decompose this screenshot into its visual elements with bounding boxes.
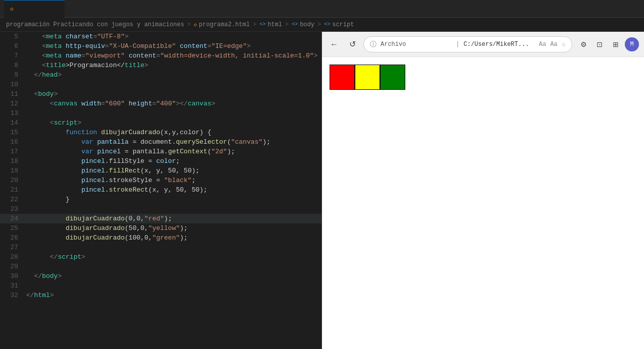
code-line: 14 <script> — [0, 118, 321, 128]
line-content: <title>Programacion</title> — [24, 61, 321, 70]
line-content: } — [24, 195, 321, 204]
line-content: </head> — [24, 70, 321, 80]
bc-root: programación Practicando con juegos y an… — [6, 21, 184, 28]
line-number: 21 — [0, 185, 24, 195]
code-line: 25 dibujarCuadrado(50,0,"yellow"); — [0, 223, 321, 233]
address-separator: | — [456, 41, 459, 48]
address-url: C:/Users/MikeRT... — [463, 41, 534, 48]
code-line: 26 dibujarCuadrado(100,0,"green"); — [0, 233, 321, 243]
code-line: 6 <meta http-equiv="X-UA-Compatible" con… — [0, 41, 321, 51]
line-number: 12 — [0, 99, 24, 108]
line-number: 28 — [0, 252, 24, 262]
fav-icon[interactable]: ☆ — [562, 40, 566, 48]
bc-body-label: body — [300, 21, 314, 28]
line-content: </html> — [24, 290, 321, 300]
code-line: 9 </head> — [0, 70, 321, 80]
canvas-square — [355, 65, 380, 90]
code-editor[interactable]: 5 <meta charset="UTF-8">6 <meta http-equ… — [0, 32, 321, 349]
line-number: 27 — [0, 243, 24, 252]
code-line: 5 <meta charset="UTF-8"> — [0, 32, 321, 41]
code-line: 10 — [0, 80, 321, 89]
code-line: 20 pincel.strokeStyle = "black"; — [0, 176, 321, 185]
line-number: 11 — [0, 89, 24, 99]
line-content: pincel.fillStyle = color; — [24, 156, 321, 166]
code-line: 12 <canvas width="600" height="400"></ca… — [0, 99, 321, 108]
bc-script-icon: <> — [324, 22, 330, 27]
bc-file-label: programa2.html — [199, 21, 250, 28]
code-line: 8 <title>Programacion</title> — [0, 61, 321, 70]
line-number: 20 — [0, 176, 24, 185]
code-line: 16 var pantalla = document.querySelector… — [0, 137, 321, 147]
line-content — [24, 243, 321, 252]
bc-script[interactable]: <> script — [324, 21, 354, 28]
bc-sep-4: > — [317, 21, 321, 28]
browser-panel: ← ↺ ⓘ Archivo | C:/Users/MikeRT... Aa Aa… — [322, 32, 644, 349]
line-number: 23 — [0, 204, 24, 214]
bc-html[interactable]: <> html — [259, 21, 282, 28]
line-content: <meta name="viewport" content="width=dev… — [24, 51, 321, 61]
line-number: 26 — [0, 233, 24, 243]
line-number: 18 — [0, 156, 24, 166]
bc-script-label: script — [332, 21, 354, 28]
code-line: 17 var pincel = pantalla.getContext("2d"… — [0, 147, 321, 156]
line-content — [24, 281, 321, 290]
code-line: 24 dibujarCuadrado(0,0,"red"); — [0, 214, 321, 223]
bc-sep-1: > — [187, 21, 191, 28]
line-content — [24, 204, 321, 214]
code-line: 31 — [0, 281, 321, 290]
bc-file-icon: ◇ — [194, 22, 197, 28]
line-content: </body> — [24, 271, 321, 281]
canvas-square — [380, 65, 405, 90]
line-number: 7 — [0, 51, 24, 61]
code-line: 22 } — [0, 195, 321, 204]
line-number: 10 — [0, 80, 24, 89]
tab-bar: ◇ — [0, 0, 644, 18]
address-label: Archivo — [381, 41, 452, 48]
line-content: pincel.strokeStyle = "black"; — [24, 176, 321, 185]
line-number: 8 — [0, 61, 24, 70]
line-number: 14 — [0, 118, 24, 128]
active-tab[interactable]: ◇ — [4, 0, 65, 18]
bc-body-icon: <> — [292, 22, 298, 27]
line-content: <canvas width="600" height="400"></canva… — [24, 99, 321, 108]
code-line: 27 — [0, 243, 321, 252]
line-number: 29 — [0, 262, 24, 271]
line-number: 22 — [0, 195, 24, 204]
text-read-mode-icon: Aa — [539, 41, 546, 48]
tab-file-icon: ◇ — [10, 6, 14, 12]
bc-file[interactable]: ◇ programa2.html — [194, 21, 250, 28]
line-number: 6 — [0, 41, 24, 51]
browser-refresh-button[interactable]: ↺ — [345, 37, 359, 51]
browser-profile-avatar[interactable]: M — [625, 37, 639, 51]
line-number: 19 — [0, 166, 24, 176]
zoom-icon: Aa — [550, 41, 557, 48]
line-number: 24 — [0, 214, 24, 223]
code-line: 21 pincel.strokeRect(x, y, 50, 50); — [0, 185, 321, 195]
code-line: 15 function dibujarCuadrado(x,y,color) { — [0, 128, 321, 137]
line-number: 16 — [0, 137, 24, 147]
line-content: dibujarCuadrado(0,0,"red"); — [24, 214, 321, 223]
code-line: 7 <meta name="viewport" content="width=d… — [0, 51, 321, 61]
bc-html-icon: <> — [259, 22, 265, 27]
line-number: 15 — [0, 128, 24, 137]
line-content: <meta http-equiv="X-UA-Compatible" conte… — [24, 41, 321, 51]
line-number: 25 — [0, 223, 24, 233]
line-number: 17 — [0, 147, 24, 156]
browser-toolbar: ← ↺ ⓘ Archivo | C:/Users/MikeRT... Aa Aa… — [322, 32, 644, 57]
code-line: 28 </script> — [0, 252, 321, 262]
code-line: 11 <body> — [0, 89, 321, 99]
line-number: 32 — [0, 290, 24, 300]
browser-address-bar[interactable]: ⓘ Archivo | C:/Users/MikeRT... Aa Aa ☆ — [363, 36, 572, 52]
line-content: var pantalla = document.querySelector("c… — [24, 137, 321, 147]
line-content — [24, 262, 321, 271]
browser-back-button[interactable]: ← — [327, 37, 341, 51]
browser-collections-button[interactable]: ⊞ — [609, 37, 623, 51]
code-line: 13 — [0, 108, 321, 118]
line-content: var pincel = pantalla.getContext("2d"); — [24, 147, 321, 156]
bc-body[interactable]: <> body — [292, 21, 314, 28]
browser-favorites-button[interactable]: ⊡ — [593, 37, 607, 51]
line-number: 5 — [0, 32, 24, 41]
browser-settings-button[interactable]: ⚙ — [576, 37, 591, 51]
code-line: 23 — [0, 204, 321, 214]
line-number: 31 — [0, 281, 24, 290]
